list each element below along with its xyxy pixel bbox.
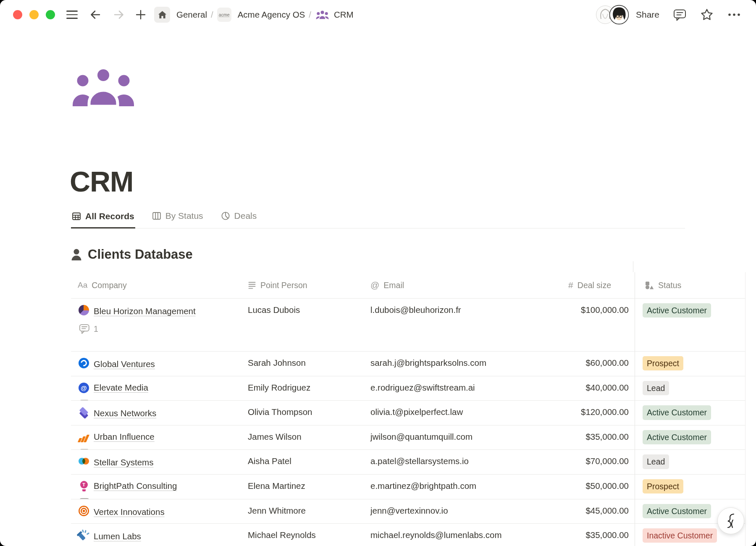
point-person-cell[interactable]: Elena Martinez [241, 475, 364, 499]
deal-size-cell[interactable]: $35,000.00 [543, 425, 635, 450]
status-badge[interactable]: Prospect [643, 356, 683, 370]
status-badge[interactable]: Lead [643, 381, 669, 395]
deal-size-cell[interactable]: $50,000.00 [543, 475, 635, 499]
sidebar-menu-button[interactable] [66, 10, 78, 19]
company-link[interactable]: Global Ventures [94, 359, 155, 369]
status-cell[interactable]: Active Customer [635, 425, 746, 450]
status-cell[interactable]: Lead [635, 450, 746, 474]
email-link[interactable]: jwilson@quantumquill.com [370, 432, 472, 442]
deal-size-cell[interactable]: $60,000.00 [543, 352, 635, 376]
home-button[interactable] [154, 7, 170, 23]
status-badge[interactable]: Prospect [643, 479, 683, 494]
company-link[interactable]: Stellar Systems [94, 457, 153, 467]
comments-button[interactable] [673, 9, 686, 21]
email-cell[interactable]: l.dubois@bleuhorizon.fr [364, 299, 543, 351]
tab-all-records[interactable]: All Records [71, 208, 135, 228]
company-link[interactable]: Lumen Labs [94, 531, 141, 541]
email-link[interactable]: l.dubois@bleuhorizon.fr [370, 305, 461, 315]
deal-size-cell[interactable]: $45,000.00 [543, 499, 635, 524]
company-link[interactable]: Bleu Horizon Management [94, 306, 196, 316]
status-badge[interactable]: Active Customer [643, 303, 711, 318]
email-cell[interactable]: e.martinez@brightpath.com [364, 475, 543, 499]
email-cell[interactable]: e.rodriguez@swiftstream.ai [364, 376, 543, 401]
point-person-cell[interactable]: Jenn Whitmore [241, 499, 364, 524]
back-button[interactable] [89, 8, 102, 21]
point-person-cell[interactable]: Michael Reynolds [241, 524, 364, 546]
status-cell[interactable]: Prospect [635, 475, 746, 499]
close-button[interactable] [13, 10, 22, 19]
email-cell[interactable]: michael.reynolds@lumenlabs.com [364, 524, 543, 546]
company-link[interactable]: Elevate Media [94, 383, 148, 393]
email-link[interactable]: sarah.j@brightsparksolns.com [370, 358, 486, 368]
company-link[interactable]: Urban Influence [94, 432, 155, 442]
deal-size-cell[interactable]: $120,000.00 [543, 401, 635, 425]
breadcrumb-workspace[interactable]: Acme Agency OS [238, 10, 305, 20]
email-link[interactable]: olivia.t@pixelperfect.law [370, 407, 463, 417]
table-row[interactable]: Bleu Horizon Management 1 Lucas Dubois l… [71, 299, 746, 352]
page-icon[interactable] [72, 66, 135, 108]
zoom-button[interactable] [46, 10, 55, 19]
company-cell[interactable]: Global Ventures [71, 352, 241, 376]
tab-by-status[interactable]: By Status [151, 208, 204, 228]
company-cell[interactable]: Urban Influence [71, 425, 241, 450]
email-cell[interactable]: jwilson@quantumquill.com [364, 425, 543, 450]
email-link[interactable]: e.rodriguez@swiftstream.ai [370, 383, 475, 393]
status-cell[interactable]: Active Customer [635, 299, 746, 351]
page-title[interactable]: CRM [70, 167, 133, 196]
company-cell[interactable]: Nexus Networks [71, 401, 241, 425]
table-row[interactable]: Lumen Labs Michael Reynolds michael.reyn… [71, 524, 746, 546]
deal-size-cell[interactable]: $35,000.00 [543, 524, 635, 546]
tab-deals[interactable]: Deals [220, 208, 258, 228]
email-cell[interactable]: olivia.t@pixelperfect.law [364, 401, 543, 425]
company-cell[interactable]: Vertex Innovations [71, 499, 241, 524]
company-link[interactable]: Vertex Innovations [94, 507, 165, 517]
minimize-button[interactable] [29, 10, 39, 19]
company-link[interactable]: BrightPath Consulting [94, 481, 177, 491]
share-button[interactable]: Share [636, 10, 659, 20]
company-cell[interactable]: Elevate Media [71, 376, 241, 401]
breadcrumb-page[interactable]: CRM [334, 10, 354, 20]
breadcrumb-root[interactable]: General [176, 10, 207, 20]
company-cell[interactable]: Lumen Labs [71, 524, 241, 546]
comment-count[interactable] [79, 498, 236, 499]
point-person-cell[interactable]: Emily Rodriguez [241, 376, 364, 401]
point-person-cell[interactable]: James Wilson [241, 425, 364, 450]
column-header-point-person[interactable]: Point Person [241, 272, 364, 298]
table-row[interactable]: Stellar Systems Aisha Patel a.patel@stel… [71, 450, 746, 475]
point-person-cell[interactable]: Sarah Johnson [241, 352, 364, 376]
column-header-company[interactable]: Aa Company [71, 272, 241, 298]
status-badge[interactable]: Inactive Customer [643, 528, 717, 543]
email-cell[interactable]: jenn@vertexinnov.io [364, 499, 543, 524]
email-link[interactable]: e.martinez@brightpath.com [370, 481, 476, 491]
forward-button[interactable] [112, 8, 126, 21]
table-row[interactable]: Nexus Networks Olivia Thompson olivia.t@… [71, 401, 746, 425]
table-row[interactable]: Vertex Innovations Jenn Whitmore jenn@ve… [71, 499, 746, 524]
column-header-email[interactable]: @ Email [364, 272, 543, 298]
comment-count[interactable] [79, 449, 236, 450]
company-link[interactable]: Nexus Networks [94, 408, 156, 418]
point-person-cell[interactable]: Aisha Patel [241, 450, 364, 474]
table-row[interactable]: BrightPath Consulting Elena Martinez e.m… [71, 475, 746, 499]
table-row[interactable]: Urban Influence James Wilson jwilson@qua… [71, 425, 746, 450]
point-person-cell[interactable]: Lucas Dubois [241, 299, 364, 351]
email-link[interactable]: michael.reynolds@lumenlabs.com [370, 530, 502, 540]
column-header-deal-size[interactable]: # Deal size [543, 272, 635, 298]
status-cell[interactable]: Prospect [635, 352, 746, 376]
status-cell[interactable]: Lead [635, 376, 746, 401]
deal-size-cell[interactable]: $70,000.00 [543, 450, 635, 474]
ai-assistant-button[interactable] [717, 507, 744, 534]
database-title[interactable]: Clients Database [88, 247, 193, 262]
active-collaborators[interactable] [596, 5, 629, 25]
table-row[interactable]: Elevate Media Emily Rodriguez e.rodrigue… [71, 376, 746, 401]
company-cell[interactable]: BrightPath Consulting [71, 475, 241, 499]
status-cell[interactable]: Active Customer [635, 401, 746, 425]
comment-count[interactable]: 1 [79, 324, 236, 334]
new-tab-button[interactable] [135, 9, 147, 21]
company-cell[interactable]: Stellar Systems [71, 450, 241, 474]
status-badge[interactable]: Active Customer [643, 405, 711, 420]
deal-size-cell[interactable]: $100,000.00 [543, 299, 635, 351]
email-link[interactable]: a.patel@stellarsystems.io [370, 456, 469, 466]
status-badge[interactable]: Active Customer [643, 504, 711, 518]
company-cell[interactable]: Bleu Horizon Management 1 [71, 299, 241, 351]
email-link[interactable]: jenn@vertexinnov.io [370, 506, 448, 516]
